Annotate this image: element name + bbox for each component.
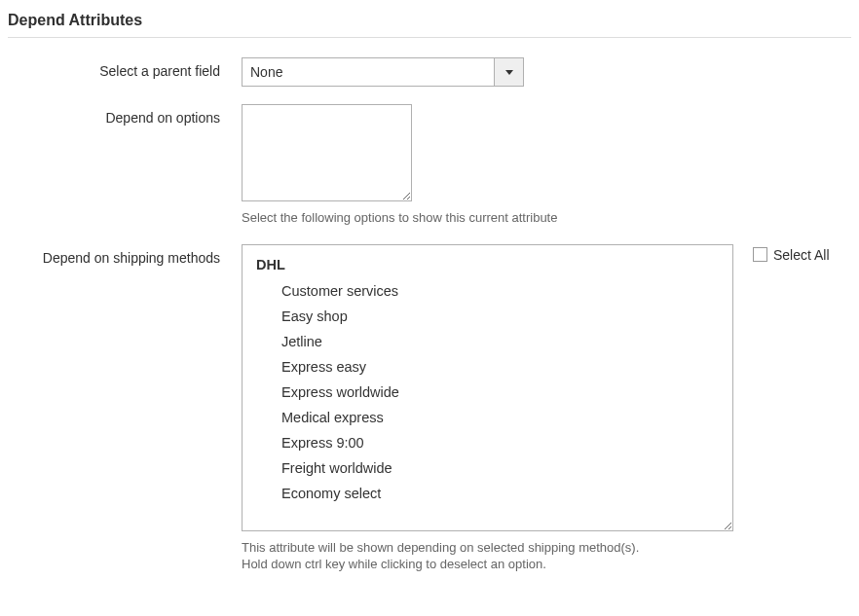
helper-depend-options: Select the following options to show thi… [242,209,557,227]
section-title: Depend Attributes [8,12,851,38]
select-all-label[interactable]: Select All [773,247,830,263]
depend-options-textarea[interactable] [242,104,412,201]
shipping-option[interactable]: Easy shop [243,304,732,329]
chevron-down-icon [505,70,513,75]
label-depend-options: Depend on options [8,104,242,126]
select-all-checkbox[interactable] [753,247,767,262]
shipping-group-dhl: DHL [243,251,732,278]
label-shipping-methods: Depend on shipping methods [8,244,242,266]
row-parent-field: Select a parent field None [8,57,851,87]
shipping-option[interactable]: Express worldwide [243,380,732,405]
shipping-option[interactable]: Economy select [243,481,732,506]
shipping-option[interactable]: Express 9:00 [243,430,732,455]
row-depend-options: Depend on options Select the following o… [8,104,851,227]
shipping-option[interactable]: Customer services [243,278,732,304]
shipping-option[interactable]: Express easy [243,354,732,380]
parent-field-dropdown-button[interactable] [494,58,523,86]
shipping-option[interactable]: Medical express [243,405,732,430]
shipping-methods-multiselect[interactable]: DHLCustomer servicesEasy shopJetlineExpr… [242,244,733,531]
parent-field-select[interactable]: None [242,57,524,87]
shipping-option[interactable]: Freight worldwide [243,455,732,481]
row-shipping-methods: Depend on shipping methods DHLCustomer s… [8,244,851,573]
shipping-option[interactable]: Jetline [243,329,732,354]
helper-shipping-methods: This attribute will be shown depending o… [242,539,733,573]
parent-field-value: None [243,58,494,86]
label-parent-field: Select a parent field [8,57,242,79]
